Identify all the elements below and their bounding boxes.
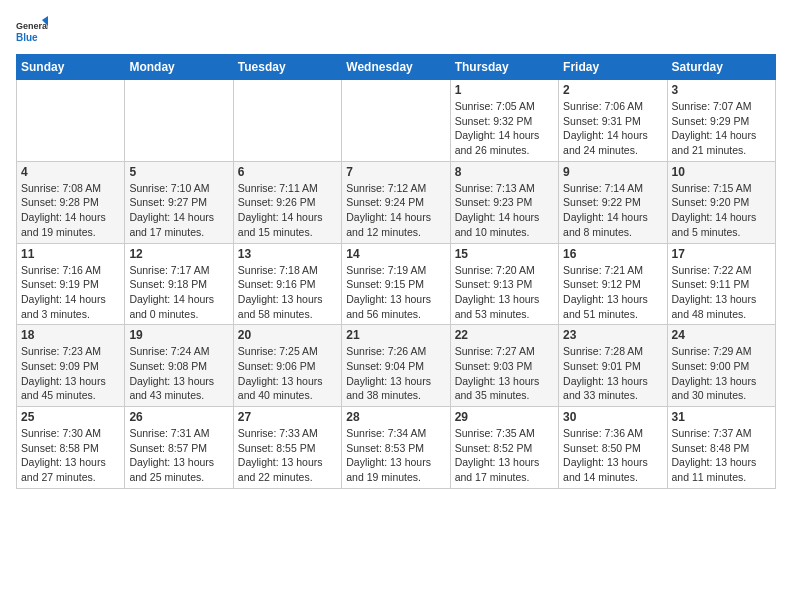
calendar-cell: 17Sunrise: 7:22 AM Sunset: 9:11 PM Dayli… (667, 243, 775, 325)
day-number: 1 (455, 83, 554, 97)
calendar-cell: 24Sunrise: 7:29 AM Sunset: 9:00 PM Dayli… (667, 325, 775, 407)
calendar-cell (17, 80, 125, 162)
calendar-header-wednesday: Wednesday (342, 55, 450, 80)
day-info: Sunrise: 7:15 AM Sunset: 9:20 PM Dayligh… (672, 181, 771, 240)
day-info: Sunrise: 7:33 AM Sunset: 8:55 PM Dayligh… (238, 426, 337, 485)
day-number: 22 (455, 328, 554, 342)
calendar-header-row: SundayMondayTuesdayWednesdayThursdayFrid… (17, 55, 776, 80)
day-info: Sunrise: 7:17 AM Sunset: 9:18 PM Dayligh… (129, 263, 228, 322)
logo-container: General Blue (16, 16, 48, 48)
day-info: Sunrise: 7:29 AM Sunset: 9:00 PM Dayligh… (672, 344, 771, 403)
calendar-week-2: 4Sunrise: 7:08 AM Sunset: 9:28 PM Daylig… (17, 161, 776, 243)
day-info: Sunrise: 7:11 AM Sunset: 9:26 PM Dayligh… (238, 181, 337, 240)
day-info: Sunrise: 7:22 AM Sunset: 9:11 PM Dayligh… (672, 263, 771, 322)
day-info: Sunrise: 7:21 AM Sunset: 9:12 PM Dayligh… (563, 263, 662, 322)
day-number: 10 (672, 165, 771, 179)
day-number: 8 (455, 165, 554, 179)
day-info: Sunrise: 7:06 AM Sunset: 9:31 PM Dayligh… (563, 99, 662, 158)
calendar-cell: 4Sunrise: 7:08 AM Sunset: 9:28 PM Daylig… (17, 161, 125, 243)
calendar-cell: 3Sunrise: 7:07 AM Sunset: 9:29 PM Daylig… (667, 80, 775, 162)
day-info: Sunrise: 7:13 AM Sunset: 9:23 PM Dayligh… (455, 181, 554, 240)
day-number: 25 (21, 410, 120, 424)
calendar-header-friday: Friday (559, 55, 667, 80)
day-info: Sunrise: 7:34 AM Sunset: 8:53 PM Dayligh… (346, 426, 445, 485)
calendar-cell: 28Sunrise: 7:34 AM Sunset: 8:53 PM Dayli… (342, 407, 450, 489)
day-number: 30 (563, 410, 662, 424)
day-number: 29 (455, 410, 554, 424)
calendar-cell: 5Sunrise: 7:10 AM Sunset: 9:27 PM Daylig… (125, 161, 233, 243)
logo-icon: General Blue (16, 16, 48, 48)
calendar-cell: 2Sunrise: 7:06 AM Sunset: 9:31 PM Daylig… (559, 80, 667, 162)
day-info: Sunrise: 7:10 AM Sunset: 9:27 PM Dayligh… (129, 181, 228, 240)
day-number: 15 (455, 247, 554, 261)
day-number: 21 (346, 328, 445, 342)
calendar-cell: 27Sunrise: 7:33 AM Sunset: 8:55 PM Dayli… (233, 407, 341, 489)
calendar-header-tuesday: Tuesday (233, 55, 341, 80)
calendar-cell: 20Sunrise: 7:25 AM Sunset: 9:06 PM Dayli… (233, 325, 341, 407)
day-number: 16 (563, 247, 662, 261)
day-info: Sunrise: 7:23 AM Sunset: 9:09 PM Dayligh… (21, 344, 120, 403)
day-number: 5 (129, 165, 228, 179)
calendar-cell (342, 80, 450, 162)
day-number: 7 (346, 165, 445, 179)
calendar-cell: 29Sunrise: 7:35 AM Sunset: 8:52 PM Dayli… (450, 407, 558, 489)
calendar-week-4: 18Sunrise: 7:23 AM Sunset: 9:09 PM Dayli… (17, 325, 776, 407)
calendar-cell: 14Sunrise: 7:19 AM Sunset: 9:15 PM Dayli… (342, 243, 450, 325)
day-number: 24 (672, 328, 771, 342)
header: General Blue (16, 16, 776, 48)
svg-text:Blue: Blue (16, 32, 38, 43)
calendar-cell: 22Sunrise: 7:27 AM Sunset: 9:03 PM Dayli… (450, 325, 558, 407)
day-info: Sunrise: 7:19 AM Sunset: 9:15 PM Dayligh… (346, 263, 445, 322)
calendar-cell: 1Sunrise: 7:05 AM Sunset: 9:32 PM Daylig… (450, 80, 558, 162)
day-info: Sunrise: 7:35 AM Sunset: 8:52 PM Dayligh… (455, 426, 554, 485)
day-number: 27 (238, 410, 337, 424)
day-info: Sunrise: 7:18 AM Sunset: 9:16 PM Dayligh… (238, 263, 337, 322)
day-number: 18 (21, 328, 120, 342)
calendar-cell: 30Sunrise: 7:36 AM Sunset: 8:50 PM Dayli… (559, 407, 667, 489)
day-number: 26 (129, 410, 228, 424)
calendar-cell: 15Sunrise: 7:20 AM Sunset: 9:13 PM Dayli… (450, 243, 558, 325)
day-info: Sunrise: 7:24 AM Sunset: 9:08 PM Dayligh… (129, 344, 228, 403)
calendar-cell: 25Sunrise: 7:30 AM Sunset: 8:58 PM Dayli… (17, 407, 125, 489)
logo: General Blue (16, 16, 48, 48)
day-number: 14 (346, 247, 445, 261)
day-number: 6 (238, 165, 337, 179)
calendar-cell: 9Sunrise: 7:14 AM Sunset: 9:22 PM Daylig… (559, 161, 667, 243)
day-info: Sunrise: 7:12 AM Sunset: 9:24 PM Dayligh… (346, 181, 445, 240)
calendar-cell: 21Sunrise: 7:26 AM Sunset: 9:04 PM Dayli… (342, 325, 450, 407)
day-info: Sunrise: 7:27 AM Sunset: 9:03 PM Dayligh… (455, 344, 554, 403)
day-number: 12 (129, 247, 228, 261)
calendar-cell (233, 80, 341, 162)
calendar-cell: 16Sunrise: 7:21 AM Sunset: 9:12 PM Dayli… (559, 243, 667, 325)
day-number: 17 (672, 247, 771, 261)
day-number: 19 (129, 328, 228, 342)
day-number: 31 (672, 410, 771, 424)
calendar-header-thursday: Thursday (450, 55, 558, 80)
day-info: Sunrise: 7:16 AM Sunset: 9:19 PM Dayligh… (21, 263, 120, 322)
calendar-week-5: 25Sunrise: 7:30 AM Sunset: 8:58 PM Dayli… (17, 407, 776, 489)
day-info: Sunrise: 7:37 AM Sunset: 8:48 PM Dayligh… (672, 426, 771, 485)
day-number: 9 (563, 165, 662, 179)
day-info: Sunrise: 7:28 AM Sunset: 9:01 PM Dayligh… (563, 344, 662, 403)
calendar-cell: 18Sunrise: 7:23 AM Sunset: 9:09 PM Dayli… (17, 325, 125, 407)
svg-text:General: General (16, 21, 48, 31)
calendar-cell: 6Sunrise: 7:11 AM Sunset: 9:26 PM Daylig… (233, 161, 341, 243)
day-number: 13 (238, 247, 337, 261)
calendar-cell: 13Sunrise: 7:18 AM Sunset: 9:16 PM Dayli… (233, 243, 341, 325)
day-number: 11 (21, 247, 120, 261)
day-number: 23 (563, 328, 662, 342)
day-number: 3 (672, 83, 771, 97)
calendar-cell: 31Sunrise: 7:37 AM Sunset: 8:48 PM Dayli… (667, 407, 775, 489)
calendar-cell: 10Sunrise: 7:15 AM Sunset: 9:20 PM Dayli… (667, 161, 775, 243)
day-info: Sunrise: 7:08 AM Sunset: 9:28 PM Dayligh… (21, 181, 120, 240)
day-info: Sunrise: 7:26 AM Sunset: 9:04 PM Dayligh… (346, 344, 445, 403)
day-info: Sunrise: 7:36 AM Sunset: 8:50 PM Dayligh… (563, 426, 662, 485)
calendar-header-saturday: Saturday (667, 55, 775, 80)
day-number: 20 (238, 328, 337, 342)
calendar-table: SundayMondayTuesdayWednesdayThursdayFrid… (16, 54, 776, 489)
day-info: Sunrise: 7:25 AM Sunset: 9:06 PM Dayligh… (238, 344, 337, 403)
calendar-cell: 23Sunrise: 7:28 AM Sunset: 9:01 PM Dayli… (559, 325, 667, 407)
calendar-cell: 12Sunrise: 7:17 AM Sunset: 9:18 PM Dayli… (125, 243, 233, 325)
calendar-cell: 26Sunrise: 7:31 AM Sunset: 8:57 PM Dayli… (125, 407, 233, 489)
day-info: Sunrise: 7:07 AM Sunset: 9:29 PM Dayligh… (672, 99, 771, 158)
